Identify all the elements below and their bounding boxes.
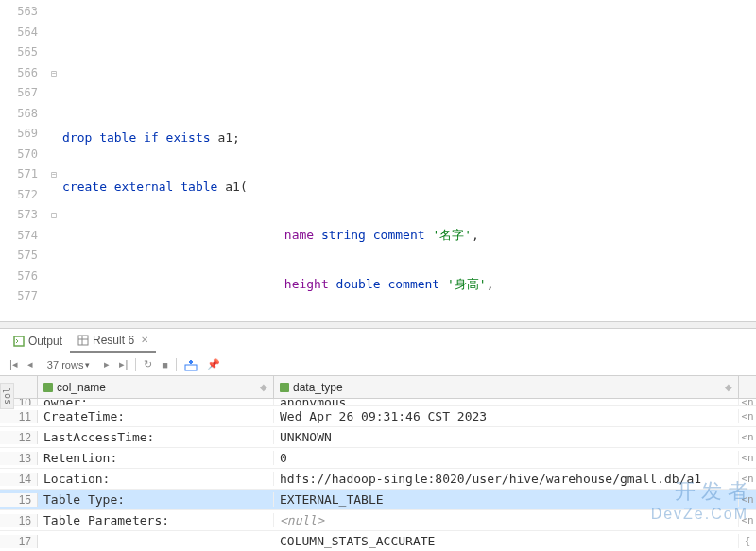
fold-open-icon[interactable]: ⊟ bbox=[47, 63, 60, 84]
cell-data-type[interactable]: COLUMN_STATS_ACCURATE bbox=[274, 534, 739, 548]
row-truncation: <n bbox=[739, 493, 756, 506]
table-row[interactable]: 14 Location: hdfs://hadoop-single:8020/u… bbox=[0, 469, 756, 490]
close-icon[interactable]: ✕ bbox=[141, 335, 148, 345]
chevron-down-icon: ▾ bbox=[85, 360, 90, 370]
row-truncation: { bbox=[739, 535, 756, 547]
column-icon bbox=[280, 383, 289, 392]
row-truncation: <n bbox=[739, 452, 756, 464]
cell-data-type[interactable]: EXTERNAL_TABLE bbox=[274, 492, 739, 507]
stop-button[interactable]: ■ bbox=[158, 357, 172, 372]
line-number: 572 bbox=[0, 185, 38, 206]
vertical-side-tab[interactable]: sol bbox=[0, 383, 14, 409]
line-number: 566 bbox=[0, 63, 38, 84]
line-number: 576 bbox=[0, 267, 38, 287]
next-page-button[interactable]: ▸ bbox=[100, 356, 113, 372]
table-row[interactable]: 17 COLUMN_STATS_ACCURATE { bbox=[0, 531, 756, 551]
svg-rect-4 bbox=[185, 365, 197, 370]
code-content[interactable]: drop table if exists a1; create external… bbox=[60, 0, 756, 302]
row-truncation: <n bbox=[739, 473, 756, 485]
row-number: 16 bbox=[0, 514, 38, 527]
pin-button[interactable]: 📌 bbox=[203, 356, 224, 372]
grid-icon bbox=[77, 335, 89, 346]
fold-close-icon[interactable]: ⊟ bbox=[47, 164, 60, 185]
cell-col-name[interactable]: Table Parameters: bbox=[38, 513, 274, 527]
row-truncation: <n bbox=[739, 410, 756, 422]
horizontal-splitter[interactable] bbox=[0, 321, 756, 329]
cell-col-name[interactable]: Location: bbox=[38, 472, 274, 486]
line-number: 569 bbox=[0, 124, 38, 145]
line-number: 577 bbox=[0, 286, 38, 302]
cell-col-name[interactable]: owner: bbox=[38, 399, 274, 406]
column-header-col-name[interactable]: col_name ◆ bbox=[38, 376, 274, 398]
column-icon bbox=[43, 383, 53, 392]
cell-data-type[interactable]: <null> bbox=[274, 513, 739, 527]
fold-close-icon[interactable]: ⊟ bbox=[47, 205, 60, 226]
prev-page-button[interactable]: ◂ bbox=[24, 356, 37, 372]
cell-data-type[interactable]: hdfs://hadoop-single:8020/user/hive/ware… bbox=[274, 472, 739, 486]
sort-icon[interactable]: ◆ bbox=[725, 382, 732, 392]
table-row[interactable]: 10 owner: anonymous <n bbox=[0, 399, 756, 406]
add-row-button[interactable] bbox=[180, 356, 201, 373]
code-editor[interactable]: 563 564 565 566 567 568 569 570 571 572 … bbox=[0, 0, 756, 302]
table-row[interactable]: 12 LastAccessTime: UNKNOWN <n bbox=[0, 427, 756, 448]
output-icon bbox=[13, 336, 25, 347]
row-count-label: 37 rows bbox=[47, 359, 84, 370]
row-number: 13 bbox=[0, 452, 38, 465]
cell-col-name[interactable]: Table Type: bbox=[38, 492, 274, 507]
tab-result[interactable]: Result 6 ✕ bbox=[70, 330, 156, 353]
row-number: 15 bbox=[0, 493, 38, 507]
table-row[interactable]: 11 CreateTime: Wed Apr 26 09:31:46 CST 2… bbox=[0, 406, 756, 427]
line-number: 571 bbox=[0, 164, 38, 185]
row-number: 14 bbox=[0, 473, 38, 486]
column-label: data_type bbox=[293, 381, 343, 394]
row-number: 11 bbox=[0, 410, 38, 423]
first-page-button[interactable]: |◂ bbox=[6, 356, 22, 372]
line-number: 567 bbox=[0, 83, 38, 104]
results-tabs: Output Result 6 ✕ bbox=[0, 329, 756, 353]
cell-data-type[interactable]: anonymous bbox=[274, 399, 739, 406]
tab-label: Output bbox=[28, 335, 62, 348]
last-page-button[interactable]: ▸| bbox=[115, 356, 131, 372]
cell-data-type[interactable]: 0 bbox=[274, 451, 739, 465]
results-toolbar: |◂ ◂ 37 rows ▾ ▸ ▸| ↻ ■ 📌 bbox=[0, 353, 756, 376]
line-number: 570 bbox=[0, 145, 38, 165]
fold-gutter: ⊟ ⊟ ⊟ bbox=[47, 0, 60, 302]
tab-label: Result 6 bbox=[93, 334, 134, 347]
table-row[interactable]: 16 Table Parameters: <null> <n bbox=[0, 510, 756, 531]
cell-col-name[interactable]: LastAccessTime: bbox=[38, 430, 274, 444]
column-label: col_name bbox=[57, 381, 106, 394]
results-grid: col_name ◆ data_type ◆ 10 owner: anonymo… bbox=[0, 376, 756, 551]
line-number: 573 bbox=[0, 205, 38, 226]
line-gutter: 563 564 565 566 567 568 569 570 571 572 … bbox=[0, 0, 47, 302]
column-header-data-type[interactable]: data_type ◆ bbox=[274, 376, 739, 398]
row-truncation: <n bbox=[739, 431, 756, 443]
svg-rect-1 bbox=[78, 336, 88, 345]
table-row[interactable]: 15 Table Type: EXTERNAL_TABLE <n bbox=[0, 490, 756, 510]
refresh-button[interactable]: ↻ bbox=[140, 356, 156, 372]
row-count-selector[interactable]: 37 rows ▾ bbox=[43, 357, 95, 372]
line-number: 563 bbox=[0, 2, 38, 23]
cell-data-type[interactable]: UNKNOWN bbox=[274, 430, 739, 444]
svg-rect-0 bbox=[14, 336, 24, 346]
line-number: 564 bbox=[0, 23, 38, 43]
line-number: 568 bbox=[0, 104, 38, 125]
line-number: 565 bbox=[0, 43, 38, 63]
cell-data-type[interactable]: Wed Apr 26 09:31:46 CST 2023 bbox=[274, 409, 739, 423]
results-header: col_name ◆ data_type ◆ bbox=[0, 376, 756, 399]
row-truncation: <n bbox=[739, 514, 756, 526]
cell-col-name[interactable]: CreateTime: bbox=[38, 409, 274, 423]
line-number: ✔575 bbox=[0, 246, 38, 267]
row-truncation: <n bbox=[739, 399, 756, 406]
line-number: 574 bbox=[0, 226, 38, 247]
cell-col-name[interactable]: Retention: bbox=[38, 451, 274, 465]
row-number: 12 bbox=[0, 431, 38, 444]
row-number: 17 bbox=[0, 535, 38, 548]
table-row[interactable]: 13 Retention: 0 <n bbox=[0, 448, 756, 469]
sort-icon[interactable]: ◆ bbox=[260, 382, 267, 392]
tab-output[interactable]: Output bbox=[6, 331, 70, 352]
